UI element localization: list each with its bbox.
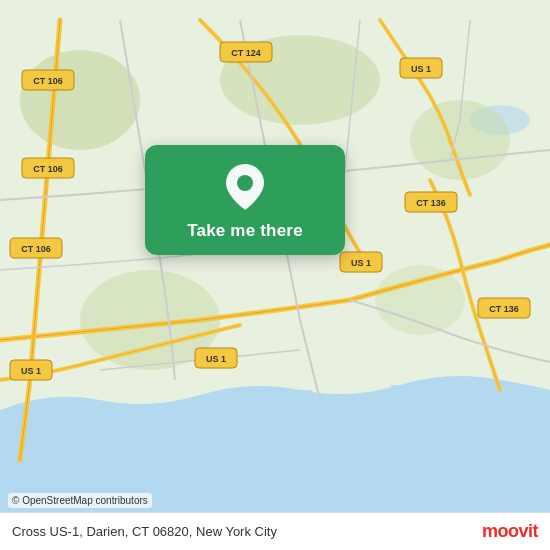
address-text: Cross US-1, Darien, CT 06820, New York C… [12, 524, 277, 539]
attribution-text: © OpenStreetMap contributors [12, 495, 148, 506]
svg-text:CT 106: CT 106 [33, 164, 63, 174]
map-background: CT 106 CT 106 CT 106 CT 124 US 1 CT 136 … [0, 0, 550, 550]
svg-text:CT 124: CT 124 [231, 48, 261, 58]
take-me-there-card[interactable]: Take me there [145, 145, 345, 255]
bottom-bar: Cross US-1, Darien, CT 06820, New York C… [0, 512, 550, 550]
take-me-there-button-label: Take me there [187, 221, 303, 241]
location-pin-icon [221, 163, 269, 211]
moovit-logo: moovit [482, 521, 538, 542]
moovit-logo-text: moovit [482, 521, 538, 542]
svg-text:US 1: US 1 [351, 258, 371, 268]
osm-attribution: © OpenStreetMap contributors [8, 493, 152, 508]
svg-text:CT 106: CT 106 [33, 76, 63, 86]
svg-text:CT 136: CT 136 [489, 304, 519, 314]
address-line: Cross US-1, Darien, CT 06820, [12, 524, 192, 539]
svg-point-6 [375, 265, 465, 335]
svg-text:US 1: US 1 [411, 64, 431, 74]
svg-point-27 [237, 175, 253, 191]
svg-text:US 1: US 1 [206, 354, 226, 364]
svg-text:CT 106: CT 106 [21, 244, 51, 254]
svg-text:CT 136: CT 136 [416, 198, 446, 208]
city-text: New York City [196, 524, 277, 539]
svg-point-2 [20, 50, 140, 150]
svg-text:US 1: US 1 [21, 366, 41, 376]
map-container: CT 106 CT 106 CT 106 CT 124 US 1 CT 136 … [0, 0, 550, 550]
